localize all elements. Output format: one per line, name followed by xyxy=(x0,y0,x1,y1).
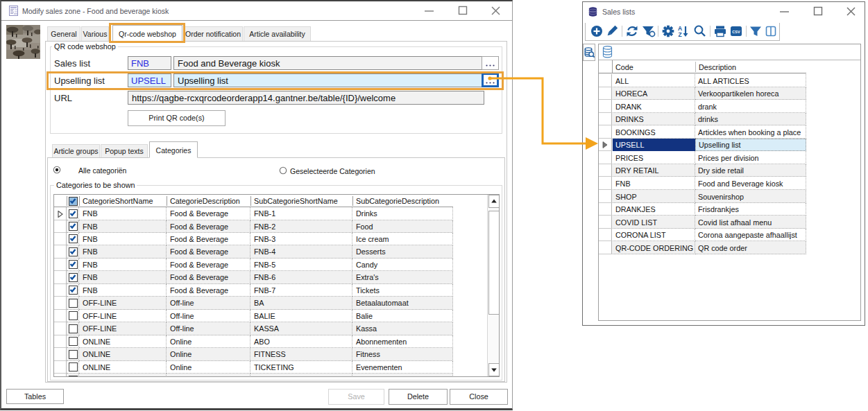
svg-text:CSV: CSV xyxy=(732,30,740,34)
svg-text:Z: Z xyxy=(678,31,681,37)
